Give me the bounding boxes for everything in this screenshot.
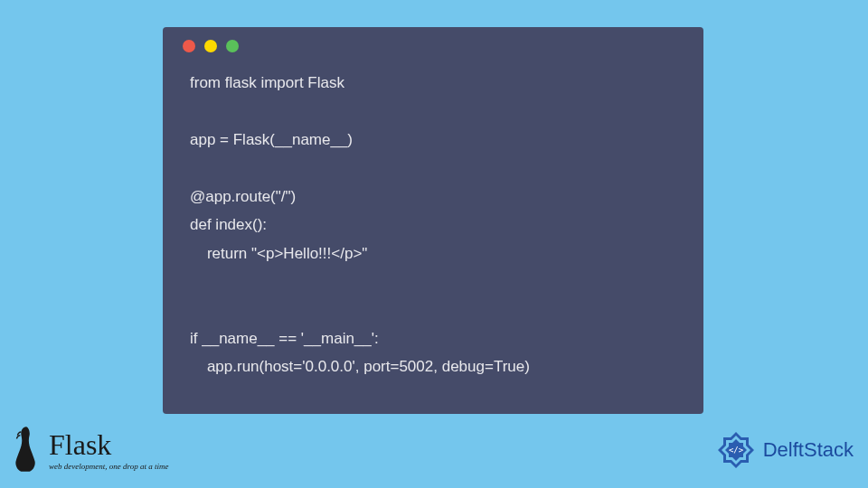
flask-text-block: Flask web development, one drop at a tim… — [49, 428, 168, 471]
delftstack-logo: </> DelftStack — [714, 428, 854, 472]
flask-subtitle: web development, one drop at a time — [49, 462, 168, 471]
svg-text:</>: </> — [729, 446, 744, 455]
window-controls — [163, 27, 703, 52]
code-window: from flask import Flask app = Flask(__na… — [163, 27, 703, 414]
flask-logo: Flask web development, one drop at a tim… — [9, 423, 168, 475]
close-dot-icon — [183, 40, 195, 52]
code-content: from flask import Flask app = Flask(__na… — [163, 52, 703, 398]
minimize-dot-icon — [204, 40, 217, 52]
maximize-dot-icon — [226, 40, 239, 52]
flask-title: Flask — [49, 428, 168, 462]
delftstack-badge-icon: </> — [714, 428, 758, 472]
flask-horn-icon — [9, 423, 43, 475]
delftstack-text: DelftStack — [763, 438, 854, 462]
